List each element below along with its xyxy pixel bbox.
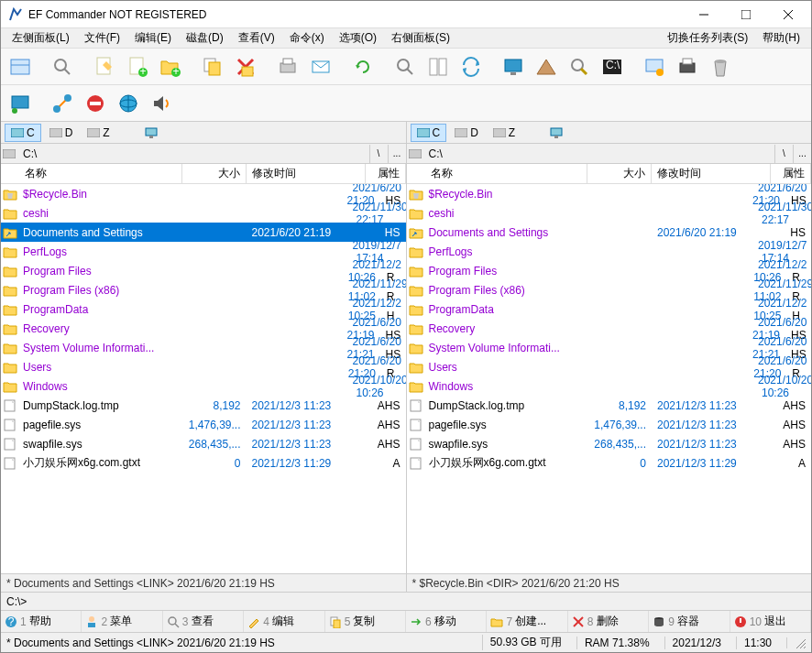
menu-help[interactable]: 帮助(H) bbox=[755, 28, 807, 48]
menu-left-panel[interactable]: 左侧面板(L) bbox=[5, 28, 77, 48]
right-path-up[interactable]: \ bbox=[774, 145, 793, 163]
tool-network-monitor-icon[interactable] bbox=[5, 88, 36, 119]
col-size[interactable]: 大小 bbox=[587, 164, 652, 183]
left-path-text[interactable]: C:\ bbox=[17, 147, 369, 160]
file-name: DumpStack.log.tmp bbox=[19, 399, 182, 412]
tool-globe-icon[interactable] bbox=[113, 88, 144, 119]
folder-icon bbox=[407, 284, 425, 297]
right-path-drive-icon[interactable] bbox=[407, 149, 423, 158]
fn-container[interactable]: 9容器 bbox=[649, 611, 730, 632]
left-path-drive-icon[interactable] bbox=[1, 149, 17, 158]
fn-copy[interactable]: 5复制 bbox=[325, 611, 406, 632]
svg-rect-61 bbox=[409, 149, 422, 158]
file-row[interactable]: DumpStack.log.tmp8,1922021/12/3 11:23AHS bbox=[1, 396, 406, 415]
col-name[interactable]: 名称 bbox=[425, 164, 588, 183]
menu-edit[interactable]: 编辑(E) bbox=[127, 28, 179, 48]
menu-disk[interactable]: 磁盘(D) bbox=[179, 28, 231, 48]
tool-refresh-icon[interactable] bbox=[347, 51, 379, 82]
maximize-button[interactable] bbox=[725, 2, 767, 27]
fn-help[interactable]: ?1帮助 bbox=[1, 611, 82, 632]
tool-options-icon[interactable] bbox=[639, 51, 670, 82]
fn-move[interactable]: 6移动 bbox=[406, 611, 487, 632]
bottom-resize-icon[interactable] bbox=[786, 637, 806, 648]
menu-command[interactable]: 命令(x) bbox=[282, 28, 332, 48]
command-line[interactable]: C:\> bbox=[1, 592, 811, 610]
tool-explore-icon[interactable] bbox=[564, 51, 595, 82]
tool-monitor-icon[interactable] bbox=[498, 51, 529, 82]
fn-delete[interactable]: 8删除 bbox=[568, 611, 649, 632]
left-drive-z[interactable]: Z bbox=[81, 124, 115, 142]
tool-edit-icon[interactable] bbox=[89, 51, 120, 82]
right-drive-c[interactable]: C bbox=[411, 124, 447, 142]
file-row[interactable]: pagefile.sys1,476,39...2021/12/3 11:23AH… bbox=[1, 415, 406, 434]
minimize-button[interactable] bbox=[683, 2, 725, 27]
col-date[interactable]: 修改时间 bbox=[247, 164, 366, 183]
right-path-text[interactable]: C:\ bbox=[423, 147, 775, 160]
tool-mail-icon[interactable] bbox=[305, 51, 336, 82]
tool-sync-icon[interactable] bbox=[455, 51, 487, 82]
menu-view[interactable]: 查看(V) bbox=[231, 28, 282, 48]
fn-view[interactable]: 3查看 bbox=[163, 611, 244, 632]
fn-exit[interactable]: 10退出 bbox=[730, 611, 811, 632]
col-size[interactable]: 大小 bbox=[182, 164, 247, 183]
file-row[interactable]: ceshi2021/11/30 22:17 bbox=[407, 203, 812, 223]
file-row[interactable]: ceshi2021/11/30 22:17 bbox=[1, 203, 406, 223]
left-path-more[interactable]: ... bbox=[388, 145, 406, 163]
left-drive-net-icon[interactable] bbox=[138, 124, 164, 142]
col-attr[interactable]: 属性 bbox=[366, 164, 406, 183]
tool-search-icon[interactable] bbox=[47, 51, 78, 82]
tool-view-icon[interactable] bbox=[5, 51, 36, 82]
tool-find-icon[interactable] bbox=[390, 51, 421, 82]
right-drive-net-icon[interactable] bbox=[543, 124, 569, 142]
tool-delete-icon[interactable] bbox=[230, 51, 261, 82]
left-file-list[interactable]: $Recycle.Bin2021/6/20 21:20HSceshi2021/1… bbox=[1, 184, 406, 573]
tool-share-icon[interactable] bbox=[47, 88, 78, 119]
svg-rect-42 bbox=[90, 102, 101, 105]
file-row[interactable]: Windows2021/10/20 10:26 bbox=[1, 376, 406, 396]
file-row[interactable]: Windows2021/10/20 10:26 bbox=[407, 376, 812, 396]
left-drive-c[interactable]: C bbox=[5, 124, 41, 142]
file-row[interactable]: swapfile.sys268,435,...2021/12/3 11:23AH… bbox=[407, 434, 812, 453]
menu-right-panel[interactable]: 右侧面板(S) bbox=[384, 28, 457, 48]
tool-copy-icon[interactable] bbox=[197, 51, 228, 82]
tool-console-icon[interactable]: C:\ bbox=[597, 51, 628, 82]
file-attr: AHS bbox=[366, 399, 406, 412]
svg-text:+: + bbox=[172, 65, 179, 78]
right-path-more[interactable]: ... bbox=[793, 145, 811, 163]
menu-file[interactable]: 文件(F) bbox=[77, 28, 127, 48]
file-row[interactable]: swapfile.sys268,435,...2021/12/3 11:23AH… bbox=[1, 434, 406, 453]
close-button[interactable] bbox=[767, 2, 809, 27]
tool-newfolder-icon[interactable]: + bbox=[155, 51, 186, 82]
tool-trash-icon[interactable] bbox=[705, 51, 736, 82]
file-row[interactable]: 小刀娱乐网x6g.com.gtxt02021/12/3 11:29A bbox=[407, 453, 812, 473]
file-name: Program Files (x86) bbox=[425, 284, 748, 297]
file-date: 2021/12/3 11:23 bbox=[652, 438, 771, 451]
col-name[interactable]: 名称 bbox=[19, 164, 182, 183]
col-attr[interactable]: 属性 bbox=[771, 164, 811, 183]
left-path-up[interactable]: \ bbox=[369, 145, 388, 163]
tool-printer2-icon[interactable] bbox=[672, 51, 703, 82]
menu-switch-task[interactable]: 切换任务列表(S) bbox=[660, 28, 755, 48]
fn-mkdir[interactable]: 7创建... bbox=[487, 611, 567, 632]
tool-compare-icon[interactable] bbox=[422, 51, 454, 82]
svg-rect-27 bbox=[510, 72, 516, 75]
fn-edit[interactable]: 4编辑 bbox=[244, 611, 324, 632]
right-drive-z[interactable]: Z bbox=[487, 124, 521, 142]
tool-new-icon[interactable]: + bbox=[122, 51, 153, 82]
file-date: 2021/12/3 11:23 bbox=[247, 419, 366, 431]
left-drive-d[interactable]: D bbox=[43, 124, 80, 142]
file-row[interactable]: pagefile.sys1,476,39...2021/12/3 11:23AH… bbox=[407, 415, 812, 434]
right-file-list[interactable]: $Recycle.Bin2021/6/20 21:20HSceshi2021/1… bbox=[407, 184, 812, 573]
col-date[interactable]: 修改时间 bbox=[652, 164, 771, 183]
file-row[interactable]: DumpStack.log.tmp8,1922021/12/3 11:23AHS bbox=[407, 396, 812, 415]
tool-pyramid-icon[interactable] bbox=[531, 51, 562, 82]
right-status-bar: * $Recycle.Bin <DIR> 2021/6/20 21:20 HS bbox=[407, 573, 812, 592]
tool-sound-icon[interactable] bbox=[146, 88, 177, 119]
panels: C:\ \ ... 名称 大小 修改时间 属性 $Recycle.Bin2021… bbox=[1, 144, 811, 592]
fn-menu[interactable]: 2菜单 bbox=[82, 611, 162, 632]
menu-option[interactable]: 选项(O) bbox=[332, 28, 384, 48]
tool-block-icon[interactable] bbox=[80, 88, 111, 119]
right-drive-d[interactable]: D bbox=[448, 124, 485, 142]
file-row[interactable]: 小刀娱乐网x6g.com.gtxt02021/12/3 11:29A bbox=[1, 453, 406, 473]
tool-print-icon[interactable] bbox=[272, 51, 303, 82]
